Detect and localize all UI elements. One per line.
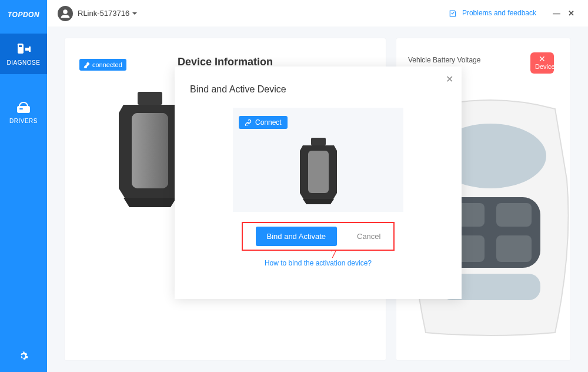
user-icon [60,8,71,19]
svg-rect-3 [138,92,162,105]
nav-diagnose-label: DIAGNOSE [7,59,41,66]
cancel-button[interactable]: Cancel [357,232,380,241]
svg-rect-13 [311,138,326,145]
topbar: RLink-5173716 Problems and feedback — ✕ [47,0,588,26]
settings-button[interactable] [10,343,37,372]
svg-rect-1 [19,108,23,109]
brand-logo: TOPDON [8,11,39,19]
feedback-link[interactable]: Problems and feedback [449,9,536,18]
svg-rect-0 [17,106,30,113]
window-minimize[interactable]: — [553,9,562,18]
modal-device-preview: Connect [233,108,403,212]
svg-rect-14 [308,151,329,193]
modal-title: Bind and Active Device [175,67,462,95]
bind-device-modal: ✕ Bind and Active Device Connect Bind an… [175,67,462,299]
modal-close-button[interactable]: ✕ [446,74,453,85]
svg-rect-5 [132,113,168,188]
nav-drivers-label: DRIVERS [9,118,38,124]
device-close-badge[interactable]: ✕ Device [530,52,554,74]
connected-badge: connected [79,59,126,71]
chevron-down-icon[interactable] [132,11,138,16]
window-close[interactable]: ✕ [568,9,577,18]
svg-rect-9 [496,203,532,227]
avatar[interactable] [58,6,73,21]
feedback-icon [449,9,457,18]
gear-icon [18,351,29,361]
drivers-icon [16,101,31,114]
link-icon [83,62,90,68]
svg-point-2 [63,9,68,14]
modal-button-row: Bind and Activate Cancel [242,222,395,251]
sidebar: TOPDON DIAGNOSE DRIVERS [0,0,47,372]
svg-rect-11 [496,235,532,262]
diagnose-icon [15,42,32,56]
nav-diagnose[interactable]: DIAGNOSE [0,34,47,74]
user-name[interactable]: RLink-5173716 [78,9,129,18]
modal-connect-badge: Connect [239,116,288,129]
bind-activate-button[interactable]: Bind and Activate [256,227,337,246]
link-icon [245,119,252,126]
step-annotation: 7 [330,246,337,261]
close-icon: ✕ [535,55,549,63]
bind-help-link[interactable]: How to bind the activation device? [175,259,462,267]
nav-drivers[interactable]: DRIVERS [0,93,47,132]
